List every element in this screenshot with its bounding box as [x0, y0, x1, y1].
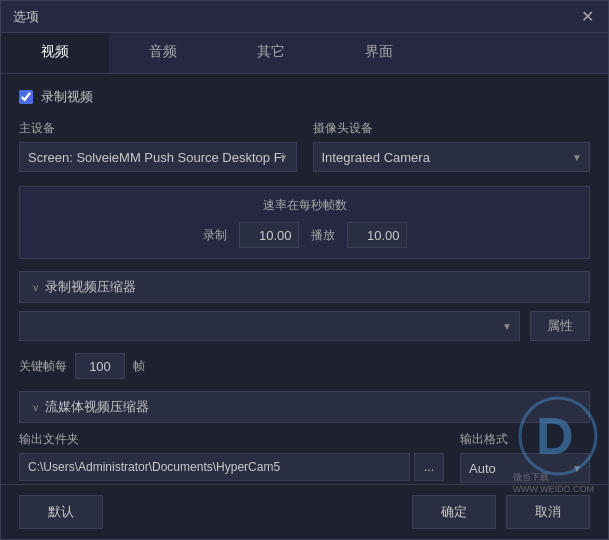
title-bar: 选项 ✕ [1, 1, 608, 33]
browse-button[interactable]: ... [414, 453, 444, 481]
primary-device-select-wrapper: Screen: SolveieMM Push Source Desktop Fi [19, 142, 297, 172]
tab-video[interactable]: 视频 [1, 33, 109, 73]
video-codec-props-button[interactable]: 属性 [530, 311, 590, 341]
tab-audio[interactable]: 音频 [109, 33, 217, 73]
camera-device-select-wrapper: Integrated Camera [313, 142, 591, 172]
primary-device-group: 主设备 Screen: SolveieMM Push Source Deskto… [19, 120, 297, 172]
output-folder-input-row: ... [19, 453, 444, 481]
playback-fps-input[interactable] [347, 222, 407, 248]
video-codec-label: 录制视频压缩器 [45, 278, 136, 296]
video-codec-arrow-icon: ∨ [32, 282, 39, 293]
output-folder-input[interactable] [19, 453, 410, 481]
record-video-label: 录制视频 [41, 88, 93, 106]
cancel-button[interactable]: 取消 [506, 495, 590, 529]
output-row: 输出文件夹 ... 输出格式 Auto [19, 431, 590, 483]
record-fps-label: 录制 [203, 227, 227, 244]
camera-device-group: 摄像头设备 Integrated Camera [313, 120, 591, 172]
tab-content: 录制视频 主设备 Screen: SolveieMM Push Source D… [1, 74, 608, 484]
primary-device-select[interactable]: Screen: SolveieMM Push Source Desktop Fi [19, 142, 297, 172]
output-folder-label: 输出文件夹 [19, 431, 444, 448]
bottom-buttons: 默认 确定 取消 [1, 484, 608, 539]
default-button[interactable]: 默认 [19, 495, 103, 529]
output-format-group: 输出格式 Auto [460, 431, 590, 483]
confirm-button[interactable]: 确定 [412, 495, 496, 529]
playback-fps-label: 播放 [311, 227, 335, 244]
fps-row: 录制 播放 [34, 222, 575, 248]
output-folder-group: 输出文件夹 ... [19, 431, 444, 483]
record-fps-input[interactable] [239, 222, 299, 248]
device-row: 主设备 Screen: SolveieMM Push Source Deskto… [19, 120, 590, 172]
camera-device-label: 摄像头设备 [313, 120, 591, 137]
fps-title: 速率在每秒帧数 [34, 197, 575, 214]
record-video-checkbox[interactable] [19, 90, 33, 104]
close-button[interactable]: ✕ [578, 8, 596, 26]
keyframe-unit: 帧 [133, 358, 145, 375]
tab-other[interactable]: 其它 [217, 33, 325, 73]
stream-codec-arrow-icon: ∨ [32, 402, 39, 413]
right-buttons: 确定 取消 [412, 495, 590, 529]
output-format-select[interactable]: Auto [460, 453, 590, 483]
fps-section: 速率在每秒帧数 录制 播放 [19, 186, 590, 259]
keyframe-label: 关键帧每 [19, 358, 67, 375]
output-format-select-wrapper: Auto [460, 453, 590, 483]
record-video-row: 录制视频 [19, 88, 590, 106]
stream-codec-section-header[interactable]: ∨ 流媒体视频压缩器 [19, 391, 590, 423]
video-codec-select-wrap [19, 311, 520, 341]
keyframe-row: 关键帧每 帧 [19, 353, 590, 379]
output-format-label: 输出格式 [460, 431, 590, 448]
primary-device-label: 主设备 [19, 120, 297, 137]
video-codec-section-header[interactable]: ∨ 录制视频压缩器 [19, 271, 590, 303]
stream-codec-label: 流媒体视频压缩器 [45, 398, 149, 416]
dialog-window: 选项 ✕ 视频 音频 其它 界面 录制视频 主设备 [0, 0, 609, 540]
video-codec-select[interactable] [19, 311, 520, 341]
tab-bar: 视频 音频 其它 界面 [1, 33, 608, 74]
video-codec-row: 属性 [19, 311, 590, 341]
keyframe-input[interactable] [75, 353, 125, 379]
tab-ui[interactable]: 界面 [325, 33, 433, 73]
camera-device-select[interactable]: Integrated Camera [313, 142, 591, 172]
dialog-title: 选项 [13, 8, 39, 26]
